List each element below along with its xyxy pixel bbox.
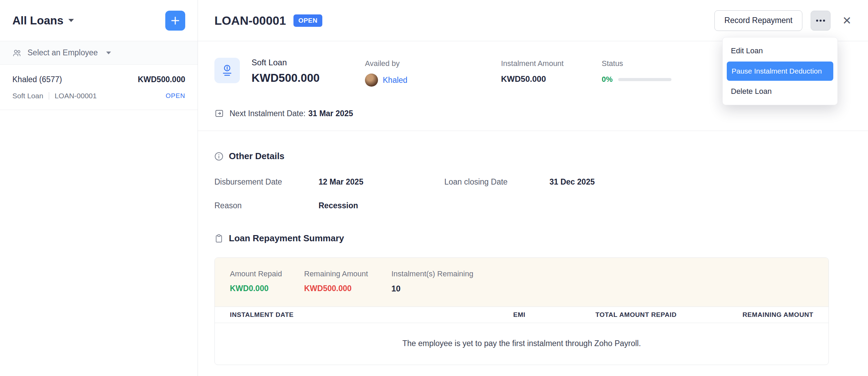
loan-amount-value: KWD500.000 xyxy=(252,71,365,85)
next-instalment-label: Next Instalment Date: xyxy=(230,109,305,118)
loan-list-item[interactable]: Khaled (6577) KWD500.000 Soft Loan LOAN-… xyxy=(0,65,198,110)
avatar xyxy=(365,74,378,87)
ellipsis-icon xyxy=(815,19,826,22)
status-badge: OPEN xyxy=(293,14,322,27)
status-progress-bar xyxy=(618,78,671,81)
loan-icon xyxy=(214,58,240,83)
instalment-amount-label: Instalment Amount xyxy=(501,59,602,68)
loan-id: LOAN-00001 xyxy=(55,92,97,100)
availed-by-label: Availed by xyxy=(365,59,501,68)
close-icon[interactable]: ✕ xyxy=(842,15,852,26)
column-header: EMI xyxy=(402,311,525,319)
column-header: TOTAL AMOUNT REPAID xyxy=(525,311,677,319)
field-label: Reason xyxy=(214,201,319,210)
employee-filter-label: Select an Employee xyxy=(27,48,98,57)
status-percent: 0% xyxy=(602,75,613,84)
repayment-summary-heading: Loan Repayment Summary xyxy=(229,233,344,244)
more-actions-button[interactable] xyxy=(811,11,831,31)
loan-type: Soft Loan xyxy=(12,92,43,100)
plus-icon xyxy=(170,16,180,25)
employee-name: Khaled (6577) xyxy=(12,75,62,84)
instalment-amount-value: KWD50.000 xyxy=(501,74,602,84)
repayment-summary-section: Loan Repayment Summary Amount Repaid KWD… xyxy=(198,210,868,365)
instalments-remaining-label: Instalment(s) Remaining xyxy=(391,269,473,278)
add-loan-button[interactable] xyxy=(165,11,185,31)
more-actions-menu: Edit Loan Pause Instalment Deduction Del… xyxy=(722,37,838,105)
info-icon xyxy=(214,152,223,161)
empty-table-message: The employee is yet to pay the first ins… xyxy=(215,323,828,365)
amount-repaid-value: KWD0.000 xyxy=(230,284,304,293)
chevron-down-icon xyxy=(106,52,111,54)
loan-status: OPEN xyxy=(166,92,185,100)
menu-item-pause-instalment-deduction[interactable]: Pause Instalment Deduction xyxy=(727,62,833,81)
sidebar-title: All Loans xyxy=(12,14,64,27)
column-header: INSTALMENT DATE xyxy=(230,311,402,319)
amount-repaid-label: Amount Repaid xyxy=(230,269,304,278)
clipboard-icon xyxy=(214,234,223,243)
remaining-amount-label: Remaining Amount xyxy=(304,269,391,278)
next-instalment-row: Next Instalment Date: 31 Mar 2025 xyxy=(214,109,852,131)
instalments-table-header: INSTALMENT DATE EMI TOTAL AMOUNT REPAID … xyxy=(215,307,828,323)
field-value: Recession xyxy=(319,201,444,210)
loans-filter-dropdown[interactable]: All Loans xyxy=(12,14,74,27)
page-title: LOAN-00001 xyxy=(214,14,286,27)
remaining-amount-value: KWD500.000 xyxy=(304,284,391,293)
next-instalment-date: 31 Mar 2025 xyxy=(308,109,353,118)
column-header: REMAINING AMOUNT xyxy=(677,311,813,319)
app-window: All Loans Select an Employee Khaled (657… xyxy=(0,0,868,376)
repayment-summary-box: Amount Repaid KWD0.000 Remaining Amount … xyxy=(214,257,829,365)
sidebar-header: All Loans xyxy=(0,0,198,41)
chevron-down-icon xyxy=(68,19,74,22)
detail-header: LOAN-00001 OPEN Record Repayment ✕ xyxy=(198,0,868,41)
field-value: 31 Dec 2025 xyxy=(549,177,852,187)
field-label: Loan closing Date xyxy=(444,177,549,187)
menu-item-delete-loan[interactable]: Delete Loan xyxy=(723,82,837,101)
field-value: 12 Mar 2025 xyxy=(319,177,444,187)
employee-filter-dropdown[interactable]: Select an Employee xyxy=(0,41,198,65)
people-icon xyxy=(12,48,22,58)
other-details-heading: Other Details xyxy=(229,151,285,162)
loan-type-label: Soft Loan xyxy=(252,58,365,67)
divider xyxy=(49,92,49,100)
field-label: Disbursement Date xyxy=(214,177,319,187)
instalments-remaining-value: 10 xyxy=(391,284,473,294)
availed-by-link[interactable]: Khaled xyxy=(383,76,408,85)
loan-amount: KWD500.000 xyxy=(138,75,185,84)
instalment-date-icon xyxy=(214,109,224,118)
other-details-section: Other Details Disbursement Date 12 Mar 2… xyxy=(198,131,868,210)
menu-item-edit-loan[interactable]: Edit Loan xyxy=(723,42,837,60)
sidebar: All Loans Select an Employee Khaled (657… xyxy=(0,0,198,376)
record-repayment-button[interactable]: Record Repayment xyxy=(714,10,802,31)
